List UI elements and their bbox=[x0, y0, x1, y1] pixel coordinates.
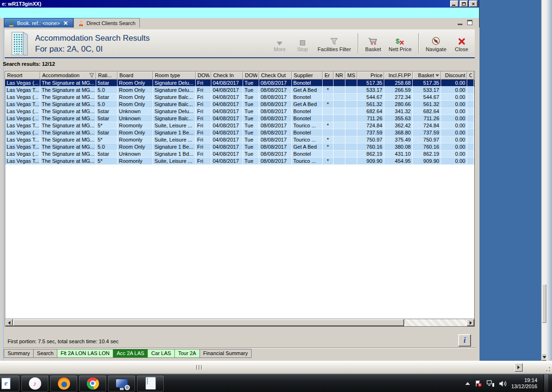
mdi-tab-direct-clients[interactable]: Direct Clients Search bbox=[73, 18, 140, 27]
column-header-resort[interactable]: Resort bbox=[5, 71, 40, 80]
scroll-left-button[interactable] bbox=[5, 319, 13, 326]
taskbar-app-remote-desktop[interactable] bbox=[108, 375, 135, 392]
table-row[interactable]: Las Vegas (...The Signature at MG...5sta… bbox=[5, 151, 474, 158]
facilities-filter-button[interactable]: Facilities Filter bbox=[315, 34, 353, 53]
column-header-check-in[interactable]: Check In bbox=[211, 71, 243, 80]
taskbar-app-itunes[interactable]: ♪ bbox=[21, 375, 48, 392]
bottom-tab-flt-2a-lon-las-lon[interactable]: Flt 2A LON LAS LON bbox=[57, 349, 113, 358]
table-cell: * bbox=[323, 101, 334, 108]
window-titlebar[interactable]: e: wR1T3ginXX) × bbox=[0, 0, 479, 8]
scroll-right-button[interactable] bbox=[515, 363, 523, 372]
table-cell: * bbox=[323, 136, 334, 143]
table-row[interactable]: Las Vegas T...The Signature at MG...5.0R… bbox=[5, 87, 474, 94]
table-row[interactable]: Las Vegas (...The Signature at MG...5sta… bbox=[5, 115, 474, 122]
column-header-basket[interactable]: Basket bbox=[413, 71, 441, 80]
table-cell: 5star bbox=[96, 80, 118, 87]
table-cell: Las Vegas (... bbox=[5, 115, 40, 122]
filter-funnel-icon[interactable] bbox=[89, 73, 94, 78]
table-row[interactable]: Las Vegas (...The Signature at MG...5sta… bbox=[5, 94, 474, 101]
mdi-restore-icon[interactable] bbox=[467, 20, 472, 25]
background-window-vertical-scrollbar[interactable] bbox=[541, 0, 546, 361]
menu-strip bbox=[0, 8, 479, 18]
info-button[interactable]: i bbox=[458, 334, 471, 347]
column-header-room-type[interactable]: Room type bbox=[153, 71, 196, 80]
table-cell bbox=[323, 129, 334, 136]
table-cell: The Signature at MG... bbox=[40, 143, 96, 151]
splitter-grip-icon[interactable] bbox=[196, 365, 202, 370]
column-header-rati-[interactable]: Rati... bbox=[96, 71, 118, 80]
table-row[interactable]: Las Vegas T...The Signature at MG...5*Ro… bbox=[5, 136, 474, 143]
resize-grip[interactable] bbox=[542, 363, 551, 372]
stop-button[interactable]: Stop bbox=[292, 34, 313, 53]
column-header-nr[interactable]: NR bbox=[334, 71, 345, 80]
window-maximize-button[interactable] bbox=[460, 0, 468, 7]
table-cell: 909.90 bbox=[413, 158, 441, 165]
taskbar-app-calculator[interactable] bbox=[137, 375, 164, 392]
column-header-label: Check Out bbox=[261, 72, 286, 79]
column-header-ms[interactable]: MS bbox=[345, 71, 357, 80]
table-row[interactable]: Las Vegas (...The Signature at MG...5sta… bbox=[5, 129, 474, 136]
column-header-label: DOW bbox=[245, 72, 257, 79]
vertical-scrollbar-thumb[interactable] bbox=[542, 284, 546, 323]
taskbar-app-firefox[interactable] bbox=[50, 375, 77, 392]
table-cell bbox=[334, 108, 345, 115]
column-header-discount[interactable]: Discount bbox=[441, 71, 467, 80]
bottom-tab-search[interactable]: Search bbox=[34, 349, 57, 358]
taskbar-clock[interactable]: 19:14 13/12/2016 bbox=[511, 377, 539, 390]
table-cell: Tue bbox=[243, 115, 259, 122]
column-header-dow[interactable]: DOW bbox=[196, 71, 211, 80]
column-header-price[interactable]: Price bbox=[357, 71, 384, 80]
palm-tree-icon bbox=[8, 20, 15, 27]
bottom-tab-financial-summary[interactable]: Financial Summary bbox=[200, 349, 252, 358]
table-cell: Bonotel bbox=[292, 151, 323, 158]
navigate-button[interactable]: Navigate bbox=[423, 34, 449, 53]
bottom-tab-summary[interactable]: Summary bbox=[4, 349, 34, 358]
close-button[interactable]: Close bbox=[451, 34, 472, 53]
bottom-tab-acc-2a-las[interactable]: Acc 2A LAS bbox=[113, 349, 148, 358]
table-row[interactable]: Las Vegas T...The Signature at MG...5*Ro… bbox=[5, 158, 474, 165]
table-body: Las Vegas (...The Signature at MG...5sta… bbox=[5, 80, 474, 165]
show-desktop-button[interactable] bbox=[543, 374, 548, 392]
table-cell: Las Vegas T... bbox=[5, 136, 40, 143]
network-icon[interactable] bbox=[487, 380, 495, 387]
mdi-minimize-icon[interactable] bbox=[458, 24, 462, 25]
table-cell: Get A Bed bbox=[292, 101, 323, 108]
window-close-button[interactable]: × bbox=[469, 0, 478, 7]
table-row[interactable]: Las Vegas (...The Signature at MG...5sta… bbox=[5, 80, 474, 87]
column-header-supplier[interactable]: Supplier bbox=[292, 71, 323, 80]
column-header-accommodation[interactable]: Accommodation bbox=[40, 71, 96, 80]
column-header-c[interactable]: C bbox=[467, 71, 474, 80]
toolbar-button-label: Nett Price bbox=[389, 46, 411, 52]
taskbar-app-internet-explorer[interactable]: e bbox=[0, 375, 19, 392]
horizontal-scrollbar-thumb[interactable] bbox=[13, 319, 404, 326]
basket-button[interactable]: Basket bbox=[362, 34, 384, 53]
table-cell: 5star bbox=[96, 108, 118, 115]
table-row[interactable]: Las Vegas (...The Signature at MG...5sta… bbox=[5, 108, 474, 115]
action-center-flag-icon[interactable] bbox=[474, 380, 482, 387]
table-cell: 517.35 bbox=[357, 80, 384, 87]
column-header-dow[interactable]: DOW bbox=[243, 71, 259, 80]
table-cell: Roomonly bbox=[118, 136, 153, 143]
table-row[interactable]: Las Vegas T...The Signature at MG...5*Ro… bbox=[5, 122, 474, 129]
scroll-right-button[interactable] bbox=[467, 319, 474, 326]
bottom-tab-car-las[interactable]: Car LAS bbox=[148, 349, 175, 358]
nett-price-button[interactable]: $Nett Price bbox=[386, 34, 414, 53]
column-header-incl-fl-pp[interactable]: Incl.Fl.PP bbox=[384, 71, 413, 80]
bottom-tab-tour-2a[interactable]: Tour 2A bbox=[175, 349, 200, 358]
taskbar-app-chrome[interactable] bbox=[79, 375, 106, 392]
table-row[interactable]: Las Vegas T...The Signature at MG...5.0R… bbox=[5, 101, 474, 108]
column-header-er[interactable]: Er bbox=[323, 71, 334, 80]
table-row[interactable]: Las Vegas T...The Signature at MG...5.0R… bbox=[5, 143, 474, 151]
window-minimize-button[interactable] bbox=[450, 0, 459, 7]
column-header-board[interactable]: Board bbox=[118, 71, 153, 80]
table-cell: Las Vegas T... bbox=[5, 122, 40, 129]
mdi-tab-booking-ref[interactable]: Book. ref.: <none>✕ bbox=[4, 18, 73, 27]
tab-close-icon[interactable]: ✕ bbox=[63, 20, 69, 26]
volume-icon[interactable] bbox=[499, 380, 507, 387]
column-header-check-out[interactable]: Check Out bbox=[259, 71, 292, 80]
more-button[interactable]: More bbox=[269, 34, 290, 53]
table-cell: 760.16 bbox=[357, 143, 384, 151]
table-horizontal-scrollbar[interactable] bbox=[5, 319, 474, 326]
hidden-icons-arrow-icon[interactable] bbox=[465, 382, 470, 385]
table-cell bbox=[334, 80, 345, 87]
